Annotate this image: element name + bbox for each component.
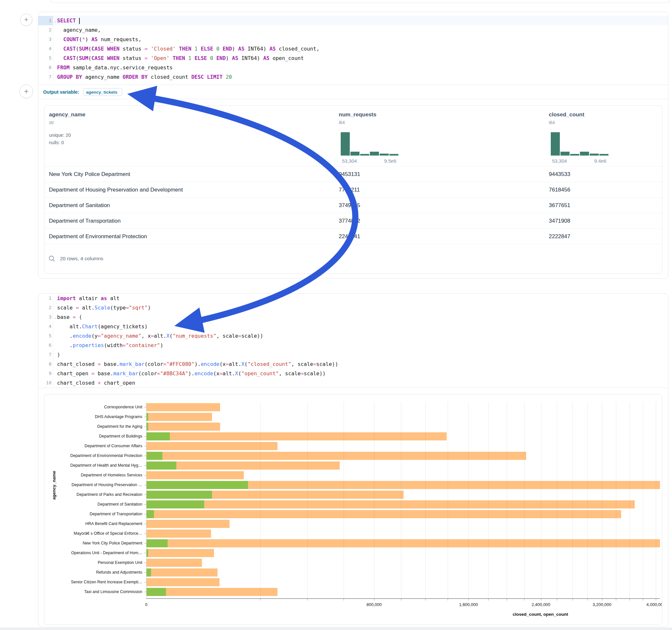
- bar-closed_count: [146, 510, 621, 518]
- table-cell: Department of Transportation: [49, 213, 121, 229]
- table-row: Department of Environmental Protection22…: [44, 228, 662, 244]
- gridline: [587, 402, 588, 598]
- chart-bar-row: [146, 559, 660, 567]
- column-type: str: [49, 120, 54, 125]
- bar-closed_count: [146, 403, 220, 411]
- code-text: chart_closed + chart_open: [53, 378, 135, 388]
- code-line[interactable]: 8chart_closed = base.mark_bar(color="#FF…: [38, 359, 668, 369]
- line-number: 7: [38, 350, 53, 359]
- table-row: New York City Police Department945313194…: [44, 166, 662, 182]
- add-cell-button-middle[interactable]: +: [20, 84, 33, 98]
- column-type: i64: [549, 120, 555, 125]
- chart-bar-row: [146, 471, 660, 479]
- python-editor[interactable]: 1import altair as alt2scale = alt.Scale(…: [38, 294, 668, 388]
- chart-bar-row: [146, 481, 660, 489]
- code-line[interactable]: 3⌄base = (: [38, 312, 668, 322]
- line-number: 2: [38, 303, 53, 312]
- gridline: [616, 402, 616, 598]
- previous-cell-edge: [50, 0, 669, 3]
- x-axis-title: closed_count, open_count: [512, 612, 568, 617]
- histogram-min-label: 53,304: [342, 158, 357, 164]
- gridline: [374, 402, 375, 598]
- table-cell: Department of Sanitation: [49, 198, 110, 213]
- code-text: SELECT: [53, 16, 80, 25]
- column-header-num_requests[interactable]: num_requests: [339, 112, 376, 118]
- chart-bar-row: [146, 461, 660, 469]
- search-icon[interactable]: [48, 255, 55, 262]
- code-line[interactable]: 6 .properties(width="container"): [38, 341, 668, 350]
- output-variable-row: Output variable: agency_tickets: [38, 85, 668, 99]
- table-cell: 3749485: [339, 198, 360, 213]
- bar-open_count: [146, 539, 168, 547]
- code-line[interactable]: 1⌄SELECT: [38, 16, 668, 25]
- code-line[interactable]: 7): [38, 350, 668, 359]
- bar-closed_count: [146, 442, 278, 450]
- x-axis-tick-label: 3,200,000: [593, 602, 611, 607]
- column-header-closed_count[interactable]: closed_count: [549, 112, 584, 118]
- code-line[interactable]: 4 CAST(SUM(CASE WHEN status = 'Closed' T…: [38, 44, 668, 53]
- code-text: CAST(SUM(CASE WHEN status = 'Open' THEN …: [53, 53, 304, 63]
- chart-bar-row: [146, 491, 660, 499]
- output-variable-label: Output variable:: [43, 90, 79, 95]
- bar-closed_count: [146, 452, 526, 460]
- y-axis-label: Department of Parks and Recreation: [44, 491, 142, 499]
- plus-icon: +: [24, 16, 28, 24]
- bar-closed_count: [146, 520, 230, 528]
- bar-open_count: [146, 481, 248, 489]
- line-number: 6: [38, 63, 53, 72]
- output-variable-chip[interactable]: agency_tickets: [83, 88, 122, 96]
- line-number: 5: [38, 331, 53, 341]
- code-line[interactable]: 7GROUP BY agency_name ORDER BY closed_co…: [38, 72, 668, 82]
- code-text: ): [53, 350, 60, 359]
- chart-bar-row: [146, 588, 660, 596]
- chart-bar-row: [146, 500, 660, 508]
- chevron-down-icon[interactable]: ⌄: [54, 313, 56, 322]
- bar-open_count: [146, 500, 204, 508]
- bar-closed_count: [146, 422, 220, 431]
- x-axis-tick-label: 2,400,000: [532, 602, 550, 607]
- line-number: 8: [38, 359, 53, 369]
- column-header-agency_name[interactable]: agency_name: [49, 112, 85, 118]
- line-number: 5: [38, 53, 53, 63]
- table-cell: Department of Environmental Protection: [49, 229, 147, 244]
- bar-closed_count: [146, 530, 211, 538]
- gridline: [488, 402, 488, 598]
- code-line[interactable]: 5 CAST(SUM(CASE WHEN status = 'Open' THE…: [38, 53, 668, 63]
- bar-open_count: [146, 452, 162, 460]
- code-line[interactable]: 5 .encode(y="agency_name", x=alt.X("num_…: [38, 331, 668, 341]
- bar-open_count: [146, 510, 154, 518]
- sql-editor[interactable]: 1⌄SELECT 2 agency_name,3 COUNT(*) AS num…: [38, 16, 668, 82]
- x-axis-tick-label: 4,000,000: [646, 602, 662, 607]
- code-line[interactable]: 9chart_open = base.mark_bar(color="#8BC3…: [38, 369, 668, 378]
- bar-closed_count: [146, 559, 202, 567]
- y-axis-label: Department of Environmental Protection: [44, 452, 142, 460]
- gridline: [507, 402, 507, 598]
- gridline: [260, 402, 261, 598]
- code-text: chart_open = base.mark_bar(color="#8BC34…: [53, 369, 326, 378]
- code-line[interactable]: 2 agency_name,: [38, 25, 668, 35]
- code-text: FROM sample_data.nyc.service_requests: [53, 63, 172, 72]
- gridline: [656, 402, 656, 598]
- gridline: [557, 402, 557, 598]
- gridline: [629, 402, 630, 598]
- chevron-down-icon[interactable]: ⌄: [54, 16, 56, 26]
- bar-closed_count: [146, 471, 244, 479]
- code-line[interactable]: 2scale = alt.Scale(type="sqrt"): [38, 303, 668, 312]
- column-histogram: [551, 132, 610, 155]
- code-line[interactable]: 6FROM sample_data.nyc.service_requests: [38, 63, 668, 72]
- add-cell-button-top[interactable]: +: [20, 14, 32, 26]
- code-line[interactable]: 1import altair as alt: [38, 294, 668, 303]
- code-line[interactable]: 4 alt.Chart(agency_tickets): [38, 322, 668, 331]
- bar-closed_count: [146, 500, 635, 508]
- gridline: [573, 402, 573, 598]
- bar-open_count: [146, 432, 170, 440]
- table-preview-card: agency_namestrunique: 20nulls: 0num_requ…: [44, 105, 662, 274]
- gridline: [524, 402, 525, 598]
- code-line[interactable]: 10chart_closed + chart_open: [38, 378, 668, 388]
- bar-closed_count: [146, 549, 214, 557]
- table-row: Department of Sanitation37494853677651: [44, 197, 662, 213]
- code-line[interactable]: 3 COUNT(*) AS num_requests,: [38, 35, 668, 44]
- y-axis-label: Department of Homeless Services: [44, 471, 142, 479]
- table-cell: 9443533: [549, 167, 570, 182]
- y-axis-label: Department of Sanitation: [44, 500, 142, 508]
